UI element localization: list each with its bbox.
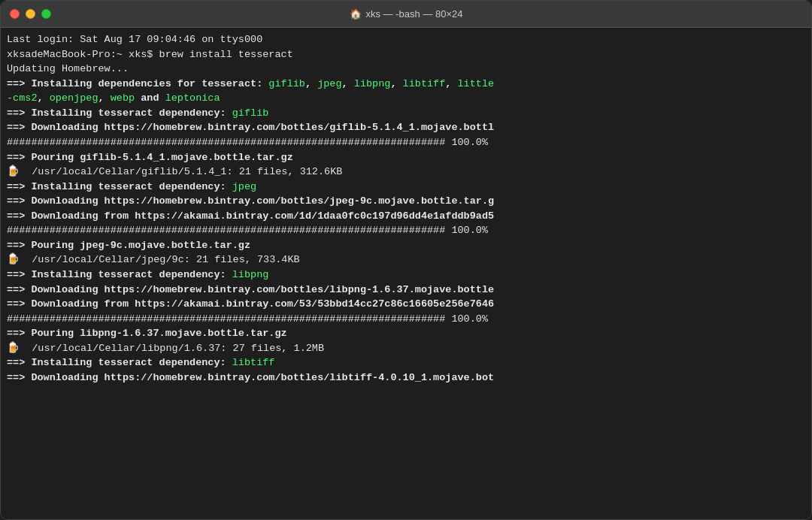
terminal-line: ==> Downloading https://homebrew.bintray…: [7, 370, 805, 385]
terminal-line: Updating Homebrew...: [7, 62, 805, 77]
terminal-line: ==> Downloading from https://akamai.bint…: [7, 297, 805, 312]
terminal-line: ==> Pouring jpeg-9c.mojave.bottle.tar.gz: [7, 238, 805, 253]
terminal-line progress-bar: ########################################…: [7, 312, 805, 327]
terminal-line: ==> Pouring libpng-1.6.37.mojave.bottle.…: [7, 326, 805, 341]
terminal-window: 🏠 xks — -bash — 80×24 Last login: Sat Au…: [0, 0, 812, 520]
terminal-line: ==> Downloading from https://akamai.bint…: [7, 209, 805, 224]
terminal-line progress-bar: ########################################…: [7, 135, 805, 150]
terminal-line: -cms2, openjpeg, webp and leptonica: [7, 91, 805, 106]
traffic-lights: [10, 9, 51, 19]
terminal-line: xksadeMacBook-Pro:~ xks$ brew install te…: [7, 47, 805, 62]
terminal-line: 🍺 /usr/local/Cellar/jpeg/9c: 21 files, 7…: [7, 252, 805, 268]
terminal-line: ==> Installing tesseract dependency: lib…: [7, 355, 805, 370]
terminal-line: ==> Downloading https://homebrew.bintray…: [7, 120, 805, 135]
terminal-line: ==> Installing tesseract dependency: gif…: [7, 106, 805, 121]
terminal-line: ==> Installing dependencies for tesserac…: [7, 77, 805, 92]
maximize-button[interactable]: [41, 9, 51, 19]
terminal-line: ==> Pouring giflib-5.1.4_1.mojave.bottle…: [7, 150, 805, 165]
terminal-line: 🍺 /usr/local/Cellar/giflib/5.1.4_1: 21 f…: [7, 165, 805, 180]
close-button[interactable]: [10, 9, 20, 19]
window-title: 🏠 xks — -bash — 80×24: [350, 8, 463, 20]
terminal-line: ==> Downloading https://homebrew.bintray…: [7, 194, 805, 209]
terminal-line: Last login: Sat Aug 17 09:04:46 on ttys0…: [7, 32, 805, 47]
house-icon: 🏠: [350, 8, 362, 20]
terminal-line progress-bar: ########################################…: [7, 223, 805, 238]
titlebar: 🏠 xks — -bash — 80×24: [1, 1, 811, 28]
terminal-line: ==> Installing tesseract dependency: lib…: [7, 268, 805, 283]
minimize-button[interactable]: [26, 9, 35, 19]
terminal-line: 🍺 /usr/local/Cellar/libpng/1.6.37: 27 fi…: [7, 341, 805, 356]
title-text: xks — -bash — 80×24: [366, 8, 463, 20]
terminal-line: ==> Installing tesseract dependency: jpe…: [7, 180, 805, 195]
terminal-body[interactable]: Last login: Sat Aug 17 09:04:46 on ttys0…: [1, 28, 811, 519]
terminal-line: ==> Downloading https://homebrew.bintray…: [7, 283, 805, 298]
